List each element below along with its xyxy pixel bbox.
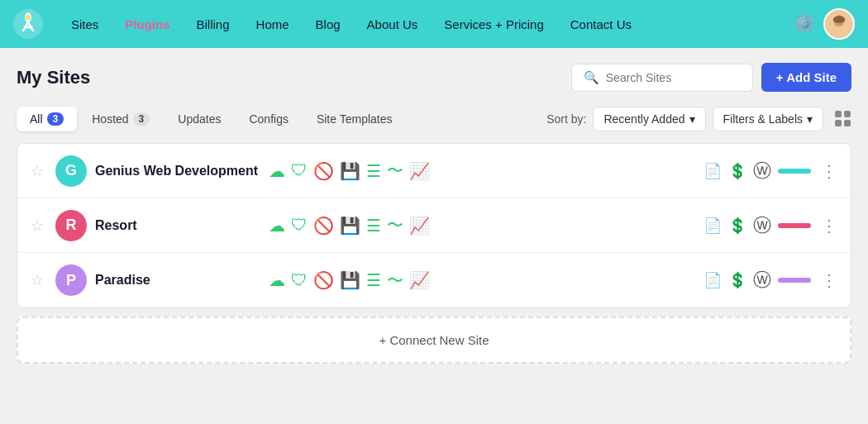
filter-tab-configs[interactable]: Configs — [236, 107, 301, 131]
database-icon: 💾 — [340, 270, 360, 290]
connect-new-site-button[interactable]: + Connect New Site — [17, 317, 851, 364]
activity-icon: 〜 — [387, 269, 403, 292]
sort-section: Sort by: Recently Added ▾ Filters & Labe… — [546, 107, 851, 131]
filter-tab-updates-label: Updates — [178, 112, 221, 126]
main-content: My Sites 🔍 + Add Site All 3 Hosted 3 Upd… — [0, 48, 868, 372]
avatar: G — [55, 155, 87, 187]
more-options-icon[interactable]: ⋮ — [821, 270, 837, 290]
nav-home[interactable]: Home — [245, 11, 301, 38]
wordpress-icon[interactable]: ⓦ — [753, 159, 771, 183]
avatar: P — [55, 264, 87, 296]
chart-icon: 📈 — [409, 270, 430, 290]
billing-icon[interactable]: 💲 — [728, 217, 746, 235]
filter-tab-all-badge: 3 — [47, 112, 64, 126]
settings-icon[interactable]: ⚙️ — [793, 13, 815, 35]
nav-services[interactable]: Services + Pricing — [432, 11, 555, 38]
nav-plugins[interactable]: Plugins — [113, 11, 181, 38]
site-name[interactable]: Paradise — [95, 273, 260, 288]
list-icon: ☰ — [366, 216, 381, 236]
table-row: ☆ G Genius Web Development ☁ 🛡 🚫 💾 ☰ 〜 📈… — [17, 144, 851, 198]
nav-links: Sites Plugins Billing Home Blog About Us… — [60, 11, 793, 38]
shield-icon: 🛡 — [291, 216, 308, 235]
nav-blog[interactable]: Blog — [304, 11, 352, 38]
nav-sites[interactable]: Sites — [60, 11, 110, 38]
site-plugin-icons: ☁ 🛡 🚫 💾 ☰ 〜 📈 — [269, 269, 695, 292]
svg-point-9 — [833, 16, 845, 23]
list-icon: ☰ — [366, 161, 381, 181]
connect-label: + Connect New Site — [379, 333, 489, 347]
billing-icon[interactable]: 💲 — [728, 162, 746, 180]
database-icon: 💾 — [340, 216, 360, 236]
nav-right: ⚙️ — [793, 8, 855, 40]
filter-tab-all-label: All — [30, 112, 43, 126]
site-actions: 📄 💲 ⓦ ⋮ — [703, 159, 837, 183]
cloud-icon: ☁ — [269, 216, 285, 236]
chevron-down-icon: ▾ — [689, 112, 695, 126]
activity-icon: 〜 — [387, 214, 403, 236]
block-icon: 🚫 — [313, 270, 334, 290]
sites-list: ☆ G Genius Web Development ☁ 🛡 🚫 💾 ☰ 〜 📈… — [17, 143, 851, 308]
site-name[interactable]: Resort — [95, 218, 260, 233]
pages-icon[interactable]: 📄 — [703, 162, 722, 180]
search-icon: 🔍 — [584, 70, 599, 85]
block-icon: 🚫 — [313, 216, 334, 236]
chart-icon: 📈 — [409, 161, 430, 181]
nav-about[interactable]: About Us — [355, 11, 430, 38]
star-icon[interactable]: ☆ — [31, 217, 44, 235]
filter-tab-all[interactable]: All 3 — [17, 107, 77, 131]
add-site-button[interactable]: + Add Site — [761, 63, 851, 92]
logo[interactable] — [13, 9, 43, 39]
header-right: 🔍 + Add Site — [571, 63, 851, 92]
filter-tab-updates[interactable]: Updates — [165, 107, 234, 131]
filter-tab-hosted[interactable]: Hosted 3 — [79, 107, 163, 131]
site-actions: 📄 💲 ⓦ ⋮ — [703, 268, 837, 293]
wordpress-icon[interactable]: ⓦ — [753, 213, 771, 238]
filter-dropdown[interactable]: Filters & Labels ▾ — [713, 107, 823, 131]
activity-icon: 〜 — [387, 160, 403, 182]
shield-icon: 🛡 — [291, 271, 308, 290]
sites-header: My Sites 🔍 + Add Site — [17, 63, 851, 92]
chart-icon: 📈 — [409, 216, 430, 236]
star-icon[interactable]: ☆ — [31, 162, 44, 180]
filter-bar: All 3 Hosted 3 Updates Configs Site Temp… — [17, 105, 851, 133]
filter-tab-site-templates[interactable]: Site Templates — [303, 107, 406, 131]
table-row: ☆ R Resort ☁ 🛡 🚫 💾 ☰ 〜 📈 📄 💲 ⓦ ⋮ — [17, 198, 851, 253]
cloud-icon: ☁ — [269, 161, 285, 181]
database-icon: 💾 — [340, 161, 360, 181]
sort-dropdown[interactable]: Recently Added ▾ — [593, 107, 705, 131]
filter-tab-hosted-badge: 3 — [133, 112, 150, 126]
billing-icon[interactable]: 💲 — [728, 271, 746, 289]
avatar[interactable] — [823, 8, 855, 40]
pages-icon[interactable]: 📄 — [703, 217, 722, 235]
chevron-down-icon-2: ▾ — [807, 112, 813, 126]
pages-icon[interactable]: 📄 — [703, 271, 722, 289]
filter-tab-site-templates-label: Site Templates — [317, 112, 393, 126]
filter-tab-configs-label: Configs — [249, 112, 288, 126]
grid-view-icon[interactable] — [835, 111, 851, 127]
filter-tab-hosted-label: Hosted — [92, 112, 128, 126]
site-plugin-icons: ☁ 🛡 🚫 💾 ☰ 〜 📈 — [269, 214, 695, 236]
avatar: R — [55, 210, 87, 241]
navbar: Sites Plugins Billing Home Blog About Us… — [0, 0, 868, 48]
more-options-icon[interactable]: ⋮ — [821, 216, 837, 236]
wordpress-icon[interactable]: ⓦ — [753, 268, 771, 293]
shield-icon: 🛡 — [291, 161, 308, 180]
color-bar — [778, 169, 811, 174]
star-icon[interactable]: ☆ — [31, 271, 44, 289]
more-options-icon[interactable]: ⋮ — [821, 161, 837, 181]
site-name[interactable]: Genius Web Development — [95, 164, 260, 179]
nav-billing[interactable]: Billing — [185, 11, 241, 38]
cloud-icon: ☁ — [269, 270, 285, 290]
search-input[interactable] — [606, 71, 741, 84]
color-bar — [778, 278, 811, 283]
filter-label: Filters & Labels — [723, 112, 803, 126]
svg-point-5 — [26, 15, 31, 20]
table-row: ☆ P Paradise ☁ 🛡 🚫 💾 ☰ 〜 📈 📄 💲 ⓦ ⋮ — [17, 253, 851, 307]
nav-contact[interactable]: Contact Us — [559, 11, 643, 38]
sort-value: Recently Added — [603, 112, 684, 126]
search-box[interactable]: 🔍 — [571, 64, 753, 92]
site-plugin-icons: ☁ 🛡 🚫 💾 ☰ 〜 📈 — [269, 160, 695, 182]
block-icon: 🚫 — [313, 161, 334, 181]
site-actions: 📄 💲 ⓦ ⋮ — [703, 213, 837, 238]
sort-label: Sort by: — [546, 112, 586, 126]
